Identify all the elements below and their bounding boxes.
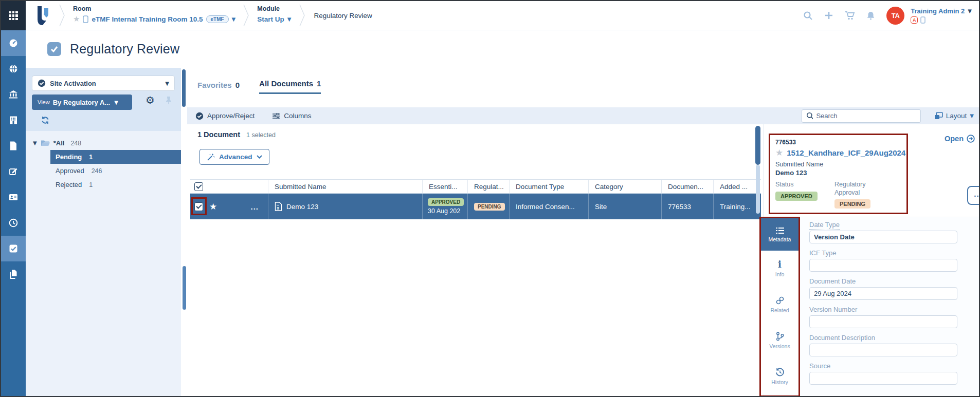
- column-header-document-type[interactable]: Document Type: [510, 180, 589, 193]
- pin-panel-icon[interactable]: [166, 96, 172, 107]
- table-scrollbar-thumb[interactable]: [755, 126, 760, 165]
- row-submitted-name[interactable]: Demo 123: [286, 203, 318, 211]
- column-header-category[interactable]: Category: [589, 180, 662, 193]
- layout-icon: [934, 112, 943, 120]
- global-search-button[interactable]: [803, 11, 813, 21]
- tree-item-approved[interactable]: Approved 246: [50, 164, 181, 178]
- room-name[interactable]: eTMF Internal Training Room 10.5: [92, 15, 203, 23]
- column-header-submitted-name[interactable]: Submitted Name: [268, 180, 423, 193]
- document-file-icon: x: [275, 202, 282, 211]
- view-settings-gear-icon[interactable]: ⚙: [146, 95, 155, 105]
- table-header-row: Submitted Name Essenti... Regulat... Doc…: [190, 179, 761, 194]
- left-filter-panel: Site Activation ▼ View By Regulatory A..…: [26, 68, 181, 396]
- tab-metadata[interactable]: Metadata: [761, 218, 798, 251]
- breadcrumb-separator: [299, 1, 306, 30]
- panel-splitter-handle[interactable]: [182, 69, 186, 107]
- building-icon: [8, 115, 19, 125]
- tab-info[interactable]: i Info: [761, 251, 798, 287]
- sidebar-item-facility[interactable]: [1, 107, 26, 133]
- tree-root-label: *All: [53, 139, 65, 147]
- metadata-list-icon: [775, 227, 785, 234]
- apps-menu-button[interactable]: [1, 1, 26, 30]
- tree-root-count: 248: [70, 140, 81, 147]
- sidebar-item-copies[interactable]: [1, 261, 26, 287]
- notifications-button[interactable]: [866, 11, 875, 20]
- copy-documents-icon: [8, 269, 19, 279]
- field-label: ICF Type: [809, 249, 979, 257]
- sidebar-item-institution[interactable]: [1, 82, 26, 107]
- view-selector-button[interactable]: View By Regulatory A... ▼: [32, 94, 132, 110]
- table-row[interactable]: ★ ... x Demo 123 APPROVED 30 Aug 202 PEN…: [190, 194, 761, 219]
- row-favorite-star-icon[interactable]: ★: [209, 202, 217, 211]
- icf-type-input[interactable]: [809, 259, 957, 272]
- detail-document-title[interactable]: 1512_Kandhare_ICF_29Aug2024: [787, 148, 905, 157]
- row-document-type: Informed Consen...: [510, 194, 589, 219]
- document-search[interactable]: [802, 109, 921, 123]
- column-header-essential[interactable]: Essenti...: [423, 180, 468, 193]
- sidebar-item-dashboard[interactable]: [1, 30, 26, 56]
- table-scrollbar-track[interactable]: [756, 165, 760, 214]
- role-badge: A: [911, 16, 918, 24]
- document-description-input[interactable]: [809, 344, 957, 356]
- approve-reject-button[interactable]: Approve/Reject: [195, 112, 255, 120]
- selected-count: 1 selected: [246, 131, 276, 139]
- column-header-added-by[interactable]: Added ...: [714, 180, 761, 193]
- columns-button[interactable]: Columns: [272, 112, 311, 120]
- row-actions-menu[interactable]: ...: [250, 202, 259, 211]
- sidebar-item-global[interactable]: [1, 56, 26, 82]
- breadcrumb-module: Module Start Up ▼: [250, 1, 298, 30]
- user-avatar[interactable]: TA: [886, 7, 904, 25]
- view-prefix: View: [38, 99, 50, 105]
- regulatory-approval-badge: PENDING: [834, 199, 870, 209]
- select-all-checkbox[interactable]: [194, 182, 203, 191]
- cart-button[interactable]: [845, 11, 855, 20]
- tree-item-rejected[interactable]: Rejected 1: [50, 178, 181, 192]
- field-document-date: Document Date: [809, 277, 979, 300]
- regulatory-approval-label: Regulatory Approval: [834, 181, 874, 197]
- layout-button[interactable]: Layout ▼: [934, 112, 974, 120]
- sidebar-item-regulatory-review[interactable]: [1, 236, 26, 261]
- page-title: Regulatory Review: [70, 42, 179, 56]
- document-date-input[interactable]: [809, 287, 957, 300]
- panel-scrollbar[interactable]: [183, 266, 186, 310]
- history-clock-icon: [775, 368, 785, 377]
- search-input[interactable]: [816, 112, 916, 120]
- tab-related[interactable]: Related: [761, 287, 798, 323]
- field-version-number: Version Number: [809, 306, 979, 328]
- tab-label: History: [771, 379, 788, 385]
- sidebar-item-contacts[interactable]: [1, 184, 26, 210]
- column-header-regulatory[interactable]: Regulat...: [468, 180, 510, 193]
- detail-more-actions-button[interactable]: ...: [967, 186, 980, 205]
- date-type-input[interactable]: [809, 231, 957, 243]
- open-document-button[interactable]: Open: [945, 135, 975, 143]
- room-favorite-star-icon[interactable]: ★: [73, 15, 80, 23]
- sidebar-item-recent[interactable]: [1, 210, 26, 236]
- context-dropdown[interactable]: Site Activation ▼: [32, 75, 175, 91]
- tab-all-documents[interactable]: All Documents 1: [259, 79, 321, 94]
- refresh-tree-button[interactable]: [41, 116, 49, 126]
- document-icon: [9, 141, 18, 151]
- user-menu[interactable]: Training Admin 2 ▼ A: [911, 7, 972, 24]
- detail-favorite-star-icon[interactable]: ★: [775, 148, 783, 157]
- add-button[interactable]: [824, 11, 833, 20]
- advanced-filter-button[interactable]: Advanced: [199, 149, 269, 165]
- brand-logo[interactable]: [26, 1, 59, 30]
- tree-item-pending[interactable]: Pending 1: [50, 150, 181, 164]
- module-dropdown-caret[interactable]: ▼: [287, 16, 292, 22]
- regulatory-review-icon: [47, 42, 61, 56]
- tab-favorites[interactable]: Favorites 0: [197, 81, 240, 94]
- room-dropdown-caret[interactable]: ▼: [232, 16, 236, 22]
- tree-root-all[interactable]: ▼ *All 248: [26, 136, 181, 150]
- sidebar-item-edit-requests[interactable]: [1, 159, 26, 184]
- module-name[interactable]: Start Up: [257, 15, 284, 23]
- version-number-input[interactable]: [809, 315, 957, 328]
- tab-history[interactable]: History: [761, 358, 798, 394]
- tab-versions[interactable]: Versions: [761, 323, 798, 358]
- refresh-icon: [41, 116, 49, 124]
- tree-expand-caret[interactable]: ▼: [33, 140, 37, 146]
- source-input[interactable]: [809, 372, 957, 385]
- column-header-document-number[interactable]: Documen...: [662, 180, 714, 193]
- field-date-type: Date Type: [809, 221, 979, 243]
- sidebar-item-documents[interactable]: [1, 133, 26, 159]
- room-label: Room: [73, 5, 235, 12]
